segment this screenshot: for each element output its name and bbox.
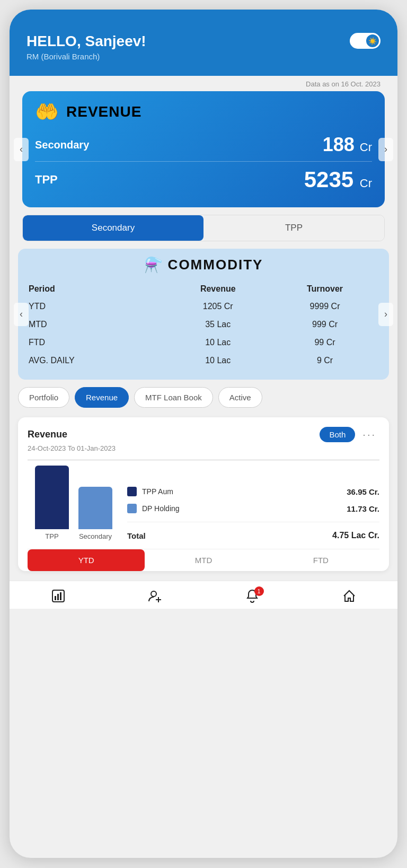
col-revenue: Revenue [165, 281, 270, 297]
row-period: AVG. DAILY [29, 352, 164, 369]
legend-dp-value: 11.73 Cr. [347, 504, 379, 513]
commodity-nav-right[interactable]: › [378, 303, 393, 326]
nav-notifications[interactable]: 1 [204, 589, 300, 603]
legend-total-label: Total [127, 531, 327, 540]
date-range: 24-Oct-2023 To 01-Jan-2023 [28, 444, 379, 452]
bottom-tabs: PortfolioRevenueMTF Loan BookActive [10, 380, 397, 408]
commodity-row: MTD 35 Lac 999 Cr [29, 316, 378, 333]
reports-icon [51, 589, 66, 603]
col-turnover: Turnover [271, 281, 378, 297]
theme-toggle[interactable]: ☀️ [350, 33, 381, 49]
tab-switcher: Secondary TPP [22, 215, 385, 241]
commodity-row: FTD 10 Lac 99 Cr [29, 334, 378, 351]
greeting: HELLO, Sanjeev! [26, 33, 381, 50]
nav-home[interactable] [300, 589, 397, 603]
commodity-row: AVG. DAILY 10 Lac 9 Cr [29, 352, 378, 369]
legend-total-row: Total 4.75 Lac Cr. [127, 531, 379, 540]
tpp-unit: Cr [360, 177, 372, 190]
legend-divider [127, 522, 379, 522]
notification-badge: 1 [254, 586, 264, 596]
revenue-bottom-header: Revenue Both ··· [28, 427, 379, 442]
both-button[interactable]: Both [320, 427, 355, 442]
svg-point-4 [151, 591, 156, 597]
tab-active[interactable]: Active [218, 387, 262, 408]
more-button[interactable]: ··· [359, 428, 379, 441]
secondary-label: Secondary [35, 139, 89, 151]
legend-tpp-value: 36.95 Cr. [347, 487, 379, 496]
row-period: YTD [29, 298, 164, 315]
row-period: FTD [29, 334, 164, 351]
row-revenue: 35 Lac [165, 316, 270, 333]
svg-rect-3 [60, 592, 61, 600]
svg-rect-1 [55, 596, 56, 600]
revenue-section-title: Revenue [28, 429, 67, 440]
tab-secondary[interactable]: Secondary [23, 215, 204, 241]
legend-tpp-aum: TPP Aum 36.95 Cr. [127, 487, 379, 496]
commodity-table: Period Revenue Turnover YTD 1205 Cr 9999… [28, 280, 379, 370]
header: HELLO, Sanjeev! RM (Borivali Branch) ☀️ [10, 10, 397, 76]
row-turnover: 999 Cr [271, 316, 378, 333]
secondary-amount: 188 [323, 134, 355, 155]
secondary-bar [78, 487, 112, 529]
legend-dp-name: DP Holding [142, 504, 341, 513]
secondary-value: 188 Cr [323, 134, 372, 156]
bar-secondary: Secondary [78, 487, 112, 540]
tab-tpp[interactable]: TPP [204, 215, 384, 241]
commodity-header: ⚗️ COMMODITY [28, 256, 379, 274]
greeting-prefix: HELLO, [26, 33, 85, 49]
legend-tpp-name: TPP Aum [142, 487, 341, 496]
revenue-card-header: 🤲 REVENUE [35, 101, 372, 123]
toggle-knob: ☀️ [366, 34, 379, 47]
revenue-icon: 🤲 [35, 101, 59, 123]
tpp-bar [35, 466, 69, 529]
legend-total-value: 4.75 Lac Cr. [332, 531, 379, 540]
revenue-nav-left[interactable]: ‹ [14, 138, 29, 161]
legend-dot-tpp [127, 487, 137, 496]
tpp-bar-label: TPP [45, 532, 58, 540]
period-tab-ftd[interactable]: FTD [262, 549, 379, 571]
greeting-name: Sanjeev! [85, 33, 146, 49]
legend-dp-holding: DP Holding 11.73 Cr. [127, 504, 379, 513]
revenue-card-title: REVENUE [66, 103, 141, 120]
row-period: MTD [29, 316, 164, 333]
bar-chart-area: TPP Secondary TPP Aum 36.95 Cr. DP Holdi… [28, 466, 379, 540]
revenue-tpp-row: TPP 5235 Cr [35, 162, 372, 198]
commodity-wrapper: ‹ ⚗️ COMMODITY Period Revenue Turnover Y… [10, 249, 397, 380]
tab-revenue[interactable]: Revenue [75, 387, 129, 408]
legend-dot-dp [127, 504, 137, 513]
nav-reports[interactable] [10, 589, 107, 603]
bar-legend: TPP Aum 36.95 Cr. DP Holding 11.73 Cr. T… [127, 487, 379, 540]
tab-portfolio[interactable]: Portfolio [18, 387, 69, 408]
period-tab-ytd[interactable]: YTD [28, 549, 145, 571]
nav-add-user[interactable] [107, 589, 204, 603]
chart-divider [28, 460, 379, 460]
tpp-value: 5235 Cr [304, 167, 372, 192]
period-tab-mtd[interactable]: MTD [145, 549, 262, 571]
tpp-label: TPP [35, 173, 58, 187]
row-revenue: 1205 Cr [165, 298, 270, 315]
phone-container: HELLO, Sanjeev! RM (Borivali Branch) ☀️ … [10, 10, 397, 858]
secondary-bar-label: Secondary [79, 532, 112, 540]
secondary-unit: Cr [360, 141, 372, 154]
bottom-nav: 1 [10, 581, 397, 609]
bar-chart-bars: TPP Secondary [35, 466, 112, 540]
data-date: Data as on 16 Oct. 2023 [10, 76, 397, 91]
revenue-bottom-card: Revenue Both ··· 24-Oct-2023 To 01-Jan-2… [18, 417, 389, 571]
svg-rect-2 [57, 594, 59, 600]
col-period: Period [29, 281, 164, 297]
home-icon [342, 589, 357, 603]
commodity-nav-left[interactable]: ‹ [14, 303, 29, 326]
revenue-secondary-row: Secondary 188 Cr [35, 128, 372, 162]
bar-tpp: TPP [35, 466, 69, 540]
row-revenue: 10 Lac [165, 352, 270, 369]
row-turnover: 9999 Cr [271, 298, 378, 315]
revenue-nav-right[interactable]: › [378, 138, 393, 161]
subtitle: RM (Borivali Branch) [26, 52, 381, 61]
add-user-icon [148, 589, 163, 603]
commodity-card: ⚗️ COMMODITY Period Revenue Turnover YTD… [18, 249, 389, 380]
tab-mtf-loan-book[interactable]: MTF Loan Book [134, 387, 213, 408]
commodity-title: COMMODITY [168, 257, 263, 273]
row-turnover: 99 Cr [271, 334, 378, 351]
revenue-card-wrapper: ‹ 🤲 REVENUE Secondary 188 Cr TPP 5235 Cr [10, 91, 397, 207]
row-revenue: 10 Lac [165, 334, 270, 351]
